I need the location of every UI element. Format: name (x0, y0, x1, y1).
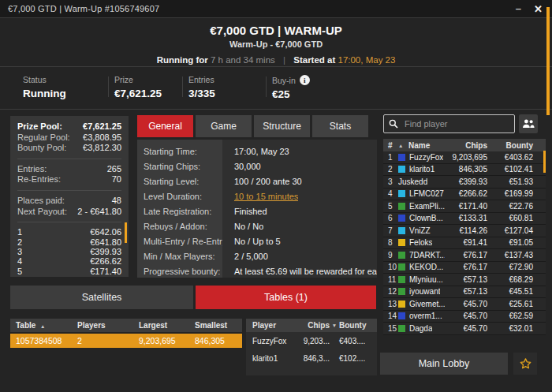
level-duration-link[interactable]: 10 to 15 minutes (222, 192, 298, 201)
details-scrollbar[interactable] (546, 7, 550, 115)
payout-scrollbar[interactable] (125, 222, 127, 243)
player-row[interactable]: 2 klarito1 846,305 €102.41 (383, 164, 546, 177)
tab-general[interactable]: General (137, 115, 193, 137)
player-bounty: €72.90 (487, 263, 533, 271)
favorite-button[interactable] (513, 353, 537, 375)
table-largest: 9,203,695 (139, 336, 195, 345)
started-value: 17:00, May 23 (338, 55, 395, 65)
player-chips: €45.70 (445, 324, 487, 333)
tab-satellites[interactable]: Satellites (10, 286, 193, 309)
player-name-cell: ClownB... (398, 214, 445, 222)
minimize-icon[interactable]: – (516, 5, 521, 13)
detail-value: 2 / 5,000 (222, 252, 268, 261)
reentries-value: 70 (112, 174, 121, 185)
player-row[interactable]: 10 KEKOD... €76.17 €72.90 (383, 262, 546, 274)
close-icon[interactable]: ✕ (534, 3, 543, 15)
main-lobby-button[interactable]: Main Lobby (380, 353, 508, 375)
col-name[interactable]: Name (408, 141, 445, 150)
col-players[interactable]: Players (77, 321, 139, 330)
player-row[interactable]: 5 ExamPli... €171.40 €22.76 (383, 200, 546, 213)
col-table-label: Table (16, 321, 35, 330)
col-smallest[interactable]: Smallest (195, 321, 242, 330)
titlebar: €7,000 GTD | Warm-Up #1056749607 – ✕ (0, 0, 552, 18)
player-rank: 9 (388, 251, 398, 259)
payout-row: 2 €641.80 (17, 237, 121, 247)
col-table[interactable]: Table ▲ (16, 321, 77, 330)
search-icon (389, 119, 398, 129)
player-rank: 8 (388, 238, 398, 247)
player-name-cell: iyouwant (398, 287, 445, 296)
seat-player-chips: 9,203... (295, 337, 330, 345)
col-rank[interactable]: # (388, 141, 398, 150)
table-row-selected[interactable]: 1057384508 2 9,203,695 846,305 (10, 334, 242, 348)
tab-stats[interactable]: Stats (312, 115, 368, 137)
col-bounty[interactable]: Bounty (339, 321, 371, 330)
player-name: Feloks (409, 238, 432, 247)
status-value: Running (23, 88, 66, 99)
player-row[interactable]: 4 LFMC027 €266.62 €169.99 (383, 189, 546, 201)
reentries-row: Re-Entries: 70 (17, 174, 121, 185)
info-icon[interactable]: i (300, 75, 310, 85)
player-chips: €76.17 (445, 251, 487, 259)
col-player[interactable]: Player (252, 321, 295, 330)
col-bounty[interactable]: Bounty (487, 141, 533, 150)
table-players-panel: Player Chips ▼ Bounty FuzzyFox 9,203... … (246, 319, 377, 375)
player-chips: €91.41 (445, 238, 487, 247)
seat-player-chips: 846,3... (295, 354, 330, 363)
seat-player-name: FuzzyFox (252, 337, 295, 345)
player-color-square (398, 301, 405, 308)
table-id: 1057384508 (16, 336, 77, 345)
player-row[interactable]: 13 Givemet... €45.70 €25.61 (383, 298, 546, 311)
table-player-row[interactable]: klarito1 846,3... €102.... (246, 349, 377, 367)
player-row[interactable]: 3 Juskedd €399.93 €51.93 (383, 176, 546, 189)
people-icon (522, 119, 535, 129)
player-row[interactable]: 6 ClownB... €133.31 €60.81 (383, 213, 546, 226)
player-name: klarito1 (409, 165, 435, 174)
player-name-cell: FuzzyFox (398, 153, 445, 162)
seat-player-bounty: €403.... (339, 337, 371, 345)
tab-game[interactable]: Game (196, 115, 252, 137)
player-name: LFMC027 (409, 189, 444, 198)
player-row[interactable]: 14 overm1... €45.70 €62.59 (383, 311, 546, 323)
player-list-scrollbar[interactable] (543, 151, 546, 173)
player-color-square (398, 227, 405, 234)
player-color-square (398, 215, 405, 222)
player-row[interactable]: 9 7DARKT... €76.17 €137.43 (383, 249, 546, 262)
detail-row: Multi-Entry / Re-Entry: No / Up to 5 (137, 233, 377, 248)
sort-asc-icon: ▲ (40, 323, 45, 329)
tab-tables[interactable]: Tables (1) (196, 286, 376, 309)
entries-block: Entries 3/335 (188, 75, 215, 99)
friends-filter-button[interactable] (519, 114, 538, 133)
regular-pool-value: €3,808.95 (83, 133, 121, 144)
player-chips: €45.70 (445, 312, 487, 320)
statusbar-divider (0, 109, 552, 110)
detail-value: No / Up to 5 (222, 237, 281, 246)
player-row[interactable]: 15 Dagda €45.70 €32.01 (383, 323, 546, 335)
regular-pool-label: Regular Pool: (17, 133, 70, 144)
player-row[interactable]: 8 Feloks €91.41 €91.05 (383, 237, 546, 250)
entries-value: 3/335 (188, 88, 215, 99)
player-name: VniZZ (409, 226, 431, 235)
search-input[interactable] (403, 118, 509, 129)
tab-structure[interactable]: Structure (254, 115, 310, 137)
player-bounty: €102.41 (487, 165, 533, 174)
player-ranking-table: # ▲ Name Chips Bounty 1 FuzzyFox 9,203,6… (383, 139, 546, 335)
places-paid-value: 48 (112, 196, 121, 207)
player-name: KEKOD... (409, 263, 443, 271)
prize-pool-row: Prize Pool: €7,621.25 (17, 121, 121, 133)
detail-row: Late Registration: Finished (137, 203, 377, 218)
player-row[interactable]: 11 Mlyniuu... €57.13 €68.29 (383, 274, 546, 286)
player-row[interactable]: 7 VniZZ €114.26 €127.04 (383, 225, 546, 237)
col-largest[interactable]: Largest (139, 321, 195, 330)
detail-row: Progressive bounty: At least €5.69 will … (137, 263, 377, 278)
detail-label: Starting Chips: (137, 162, 222, 171)
star-icon (519, 357, 532, 370)
col-chips[interactable]: Chips (295, 321, 330, 330)
detail-label: Late Registration: (137, 207, 222, 216)
col-chips[interactable]: Chips (445, 141, 487, 150)
table-player-row[interactable]: FuzzyFox 9,203... €403.... (246, 332, 377, 349)
entries-count-label: Entries: (17, 164, 47, 175)
player-row[interactable]: 1 FuzzyFox 9,203,695 €403.62 (383, 151, 546, 164)
player-bounty: €45.51 (487, 287, 533, 296)
player-row[interactable]: 12 iyouwant €57.13 €45.51 (383, 286, 546, 299)
